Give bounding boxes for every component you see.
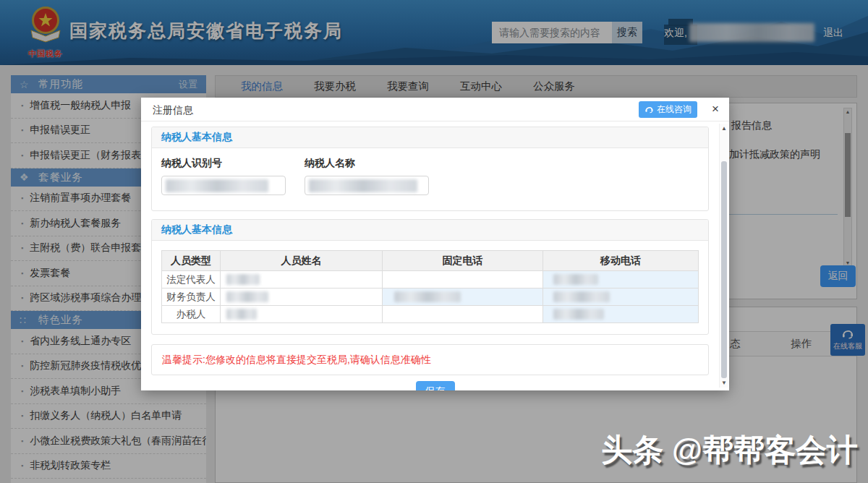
warning-box: 温馨提示:您修改的信息将直接提交至税局,请确认信息准确性: [151, 344, 709, 375]
online-consult-button[interactable]: 在线咨询: [639, 101, 697, 118]
redacted-value: [553, 309, 604, 320]
mobile-phone-cell: [543, 271, 699, 288]
personnel-info-section: 纳税人基本信息 人员类型 人员姓名 固定电话 移动电话 法定代表人: [151, 219, 709, 335]
warning-text: 温馨提示:您修改的信息将直接提交至税局,请确认信息准确性: [162, 354, 431, 367]
taxpayer-id-field: 纳税人识别号: [161, 157, 286, 195]
col-person-type: 人员类型: [162, 251, 221, 271]
table-row: 财务负责人: [162, 288, 699, 306]
redacted-value: [226, 274, 260, 285]
redacted-value: [166, 179, 268, 192]
table-header-row: 人员类型 人员姓名 固定电话 移动电话: [162, 251, 699, 271]
modal-title: 注册信息: [153, 104, 193, 117]
col-fixed-phone: 固定电话: [383, 251, 543, 271]
redacted-value: [553, 291, 610, 302]
taxpayer-name-input[interactable]: [305, 176, 429, 195]
mobile-phone-cell: [543, 306, 699, 323]
scrollbar-thumb[interactable]: [721, 161, 727, 378]
table-row: 法定代表人: [162, 271, 699, 288]
taxpayer-name-field: 纳税人名称: [305, 157, 429, 195]
watermark-prefix: 头条: [601, 432, 663, 467]
online-consult-label: 在线咨询: [657, 103, 692, 116]
taxpayer-basic-info-section: 纳税人基本信息 纳税人识别号 纳税人名称: [151, 127, 709, 211]
watermark: 头条 @帮帮客会计: [601, 429, 858, 471]
taxpayer-name-label: 纳税人名称: [305, 157, 429, 170]
person-name-cell: [221, 288, 383, 306]
person-name-cell: [221, 271, 383, 288]
taxpayer-id-label: 纳税人识别号: [161, 157, 286, 170]
modal-body: 纳税人基本信息 纳税人识别号 纳税人名称: [141, 121, 729, 390]
redacted-value: [553, 274, 598, 285]
redacted-value: [394, 291, 461, 302]
person-type-cell: 法定代表人: [162, 271, 221, 288]
watermark-handle: @帮帮客会计: [672, 432, 858, 467]
modal-scrollbar[interactable]: ▲ ▼: [719, 124, 728, 388]
taxpayer-id-input[interactable]: [161, 176, 286, 195]
redacted-value: [309, 179, 417, 192]
redacted-value: [226, 309, 257, 320]
registration-info-modal: 注册信息 在线咨询 × 纳税人基本信息 纳税人识别号: [141, 98, 729, 390]
close-icon[interactable]: ×: [712, 102, 719, 116]
redacted-value: [226, 291, 268, 302]
mobile-phone-cell: [543, 288, 699, 306]
fixed-phone-cell: [383, 288, 543, 306]
scroll-down-icon[interactable]: ▼: [720, 380, 728, 386]
col-person-name: 人员姓名: [221, 251, 383, 271]
fixed-phone-cell: [383, 271, 543, 288]
section-title: 纳税人基本信息: [152, 127, 708, 148]
col-mobile-phone: 移动电话: [543, 251, 699, 271]
section-title: 纳税人基本信息: [152, 220, 708, 241]
table-row: 办税人: [162, 306, 699, 323]
app-root: 中国税务 国家税务总局安徽省电子税务局 搜索 欢迎, 退出 ☆ 常用功能 设置 …: [0, 0, 868, 483]
headset-icon: [644, 105, 654, 114]
person-type-cell: 办税人: [162, 306, 221, 323]
modal-titlebar: 注册信息 在线咨询 ×: [141, 98, 729, 121]
personnel-table: 人员类型 人员姓名 固定电话 移动电话 法定代表人 财务负责人: [161, 250, 699, 323]
save-button[interactable]: 保存: [416, 381, 455, 390]
scroll-up-icon[interactable]: ▲: [720, 125, 728, 132]
fixed-phone-cell: [383, 306, 543, 323]
person-type-cell: 财务负责人: [162, 288, 221, 306]
person-name-cell: [221, 306, 383, 323]
